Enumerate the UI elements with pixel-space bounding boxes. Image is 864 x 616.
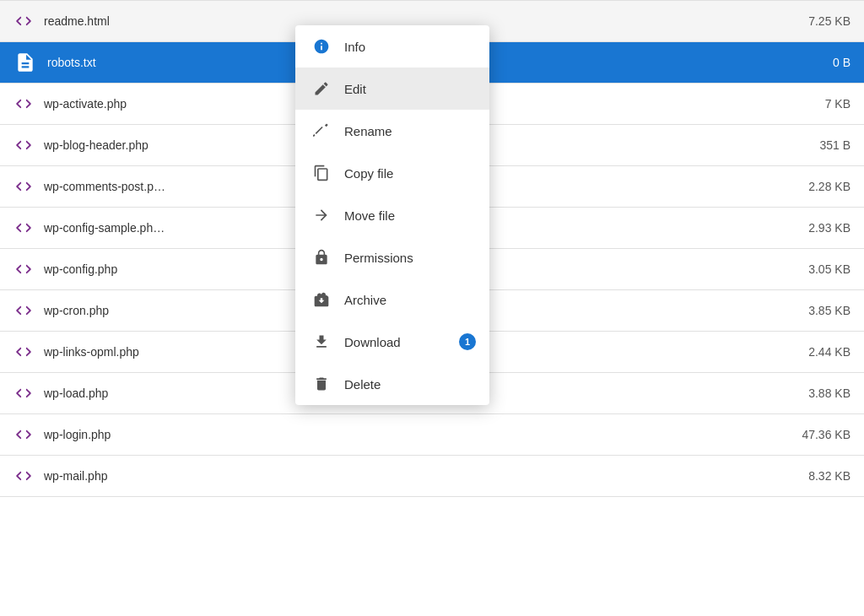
- download-badge: 1: [459, 333, 476, 350]
- info-icon: [312, 37, 331, 56]
- download-icon: [312, 332, 331, 351]
- menu-item-edit[interactable]: Edit: [295, 68, 489, 110]
- file-name-label: wp-activate.php: [44, 97, 127, 111]
- menu-item-label-download: Download: [344, 335, 401, 349]
- file-name-cell: wp-login.php: [14, 414, 594, 455]
- file-size-label: 7 KB: [608, 84, 864, 125]
- menu-item-label-delete: Delete: [344, 377, 381, 392]
- menu-item-label-info: Info: [344, 40, 365, 54]
- file-name-label: wp-comments-post.p…: [44, 180, 165, 193]
- file-name-label: wp-load.php: [44, 386, 108, 400]
- file-size-label: 8.32 KB: [608, 456, 864, 497]
- code-file-icon: [14, 135, 34, 155]
- delete-icon: [312, 375, 331, 393]
- lock-icon: [312, 248, 331, 267]
- code-file-icon: [14, 11, 34, 31]
- code-file-icon: [14, 176, 34, 197]
- menu-item-move-file[interactable]: Move file: [295, 194, 489, 236]
- file-name-cell: wp-mail.php: [14, 456, 594, 496]
- file-size-label: 3.05 KB: [608, 249, 864, 290]
- archive-icon: [312, 290, 331, 309]
- file-name-label: wp-config.php: [44, 262, 117, 276]
- file-name-label: robots.txt: [47, 56, 96, 69]
- menu-item-delete[interactable]: Delete: [295, 363, 489, 405]
- code-file-icon: [14, 218, 34, 238]
- code-file-icon: [14, 259, 34, 279]
- menu-item-label-archive: Archive: [344, 293, 386, 307]
- file-name-label: wp-cron.php: [44, 304, 109, 317]
- menu-item-label-rename: Rename: [344, 124, 392, 138]
- code-file-icon: [14, 383, 34, 403]
- menu-item-label-permissions: Permissions: [344, 251, 413, 265]
- menu-item-label-edit: Edit: [344, 82, 366, 96]
- code-file-icon: [14, 342, 34, 362]
- file-size-label: 2.44 KB: [608, 332, 864, 373]
- file-name-label: readme.html: [44, 14, 110, 28]
- file-size-label: 3.88 KB: [608, 373, 864, 414]
- menu-item-rename[interactable]: Rename: [295, 110, 489, 152]
- menu-item-label-move-file: Move file: [344, 208, 395, 223]
- menu-item-download[interactable]: Download1: [295, 321, 489, 363]
- code-file-icon: [14, 424, 34, 445]
- file-name-label: wp-mail.php: [44, 469, 107, 483]
- code-file-icon: [14, 300, 34, 321]
- code-file-icon: [14, 94, 34, 114]
- file-size-label: 2.93 KB: [608, 208, 864, 249]
- file-size-label: 3.85 KB: [608, 290, 864, 332]
- file-size-label: 351 B: [608, 125, 864, 166]
- file-size-label: 2.28 KB: [608, 166, 864, 208]
- menu-item-permissions[interactable]: Permissions: [295, 236, 489, 278]
- file-size-label: 7.25 KB: [608, 1, 864, 42]
- file-size-label: 47.36 KB: [608, 414, 864, 456]
- file-name-label: wp-links-opml.php: [44, 345, 139, 359]
- doc-file-icon: [14, 51, 37, 74]
- file-name-label: wp-blog-header.php: [44, 138, 148, 152]
- file-name-label: wp-login.php: [44, 428, 111, 441]
- menu-item-copy-file[interactable]: Copy file: [295, 152, 489, 194]
- menu-item-archive[interactable]: Archive: [295, 278, 489, 321]
- context-menu: InfoEditRenameCopy fileMove filePermissi…: [295, 25, 489, 405]
- file-name-label: wp-config-sample.ph…: [44, 221, 165, 235]
- copy-icon: [312, 164, 331, 182]
- menu-item-info[interactable]: Info: [295, 25, 489, 68]
- edit-icon: [312, 79, 331, 98]
- file-size-label: 0 B: [608, 42, 864, 84]
- rename-icon: [312, 122, 331, 140]
- code-file-icon: [14, 466, 34, 486]
- move-icon: [312, 206, 331, 224]
- menu-item-label-copy-file: Copy file: [344, 166, 393, 181]
